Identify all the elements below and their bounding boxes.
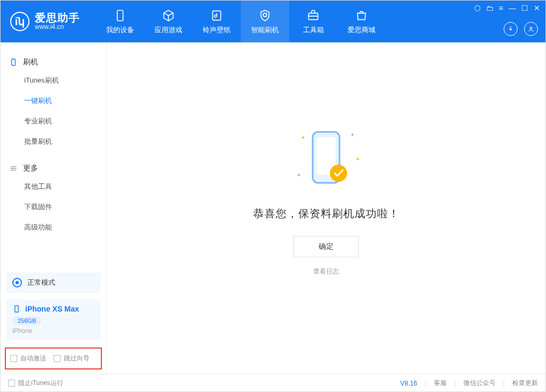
sidebar-item-itunes-flash[interactable]: iTunes刷机 xyxy=(1,70,106,91)
sidebar-item-oneclick-flash[interactable]: 一键刷机 xyxy=(1,91,106,111)
minimize-button[interactable]: — xyxy=(508,4,516,12)
cube-icon xyxy=(161,8,176,23)
logo-icon: iʮ xyxy=(10,12,29,31)
sidebar-item-batch-flash[interactable]: 批量刷机 xyxy=(1,131,106,152)
group-title: 刷机 xyxy=(23,57,38,67)
header: iʮ 爱思助手 www.i4.cn 我的设备 应用游戏 铃声壁纸 智能刷机 工具… xyxy=(1,1,545,42)
svg-rect-5 xyxy=(12,59,16,65)
user-button[interactable] xyxy=(524,22,538,36)
sidebar-item-download-firmware[interactable]: 下载固件 xyxy=(1,197,106,217)
top-tabs: 我的设备 应用游戏 铃声壁纸 智能刷机 工具箱 爱思商城 xyxy=(96,1,386,42)
music-icon xyxy=(209,8,224,23)
sidebar-group-more: 更多 xyxy=(1,160,106,176)
device-name: iPhone XS Max xyxy=(25,305,79,313)
sidebar-item-advanced[interactable]: 高级功能 xyxy=(1,217,106,238)
device-icon xyxy=(113,8,128,23)
maximize-button[interactable]: ☐ xyxy=(521,4,528,12)
device-box[interactable]: iPhone XS Max 256GB iPhone xyxy=(6,299,101,340)
content-area: ✦ ✦ ✦ ✦ 恭喜您，保资料刷机成功啦！ 确定 查看日志 xyxy=(107,42,545,374)
check-update-link[interactable]: 检查更新 xyxy=(512,379,538,388)
main-area: 刷机 iTunes刷机 一键刷机 专业刷机 批量刷机 更多 其他工具 下载固件 … xyxy=(1,42,545,374)
svg-point-4 xyxy=(530,27,532,29)
group-title: 更多 xyxy=(23,164,38,173)
sidebar-item-pro-flash[interactable]: 专业刷机 xyxy=(1,111,106,131)
tab-label: 爱思商城 xyxy=(348,25,375,35)
device-small-icon xyxy=(12,305,21,313)
options-row: 自动激活 跳过向导 xyxy=(5,347,102,369)
app-name: 爱思助手 xyxy=(35,12,80,24)
success-message: 恭喜您，保资料刷机成功啦！ xyxy=(253,206,400,221)
device-type: iPhone xyxy=(12,327,94,335)
sidebar-item-other-tools[interactable]: 其他工具 xyxy=(1,176,106,197)
tab-store[interactable]: 爱思商城 xyxy=(337,1,386,42)
sidebar-group-flash: 刷机 xyxy=(1,54,106,70)
storage-badge: 256GB xyxy=(12,316,41,325)
checkbox-label: 自动激活 xyxy=(20,354,46,363)
wechat-link[interactable]: 微信公众号 xyxy=(463,379,496,388)
view-log-link[interactable]: 查看日志 xyxy=(313,267,339,276)
tab-label: 铃声壁纸 xyxy=(203,25,231,35)
tab-apps[interactable]: 应用游戏 xyxy=(144,1,193,42)
download-button[interactable] xyxy=(504,22,518,36)
store-icon xyxy=(354,8,369,23)
tab-ringtones[interactable]: 铃声壁纸 xyxy=(193,1,241,42)
mode-icon xyxy=(12,278,22,287)
tab-label: 智能刷机 xyxy=(251,25,279,35)
checkbox-label: 阻止iTunes运行 xyxy=(18,379,63,388)
shirt-icon[interactable]: ⬡ xyxy=(474,4,481,12)
device-name-row: iPhone XS Max xyxy=(12,305,94,313)
tab-label: 工具箱 xyxy=(303,25,324,35)
tab-label: 我的设备 xyxy=(106,25,134,35)
window-controls-top: ⬡ 🗀 ≡ — ☐ ✕ xyxy=(474,4,540,12)
tab-flash[interactable]: 智能刷机 xyxy=(241,1,289,42)
logo-area: iʮ 爱思助手 www.i4.cn xyxy=(1,12,90,31)
success-illustration: ✦ ✦ ✦ ✦ xyxy=(291,124,361,194)
lock-icon[interactable]: 🗀 xyxy=(486,4,493,12)
checkbox-label: 跳过向导 xyxy=(64,354,90,363)
version-label: V8.16 xyxy=(400,380,417,387)
close-button[interactable]: ✕ xyxy=(534,4,540,12)
phone-icon xyxy=(9,58,18,66)
tab-my-device[interactable]: 我的设备 xyxy=(96,1,144,42)
app-site: www.i4.cn xyxy=(35,24,80,31)
menu-icon[interactable]: ≡ xyxy=(499,4,503,12)
footer: 阻止iTunes运行 V8.16 | 客服 | 微信公众号 | 检查更新 xyxy=(1,374,545,392)
shield-icon xyxy=(257,8,272,23)
list-icon xyxy=(9,164,18,173)
svg-point-2 xyxy=(263,13,267,17)
support-link[interactable]: 客服 xyxy=(434,379,447,388)
svg-rect-6 xyxy=(15,306,19,312)
header-right-buttons xyxy=(504,22,538,36)
tab-label: 应用游戏 xyxy=(154,25,182,35)
checkbox-skip-guide[interactable]: 跳过向导 xyxy=(54,354,90,363)
svg-point-9 xyxy=(330,165,347,182)
tab-toolbox[interactable]: 工具箱 xyxy=(289,1,337,42)
mode-box[interactable]: 正常模式 xyxy=(6,272,101,293)
svg-rect-0 xyxy=(117,10,123,21)
ok-button[interactable]: 确定 xyxy=(293,236,359,257)
checkbox-block-itunes[interactable]: 阻止iTunes运行 xyxy=(8,379,63,388)
checkbox-auto-activate[interactable]: 自动激活 xyxy=(10,354,46,363)
mode-label: 正常模式 xyxy=(27,278,55,287)
toolbox-icon xyxy=(306,8,321,23)
sidebar: 刷机 iTunes刷机 一键刷机 专业刷机 批量刷机 更多 其他工具 下载固件 … xyxy=(1,42,107,374)
